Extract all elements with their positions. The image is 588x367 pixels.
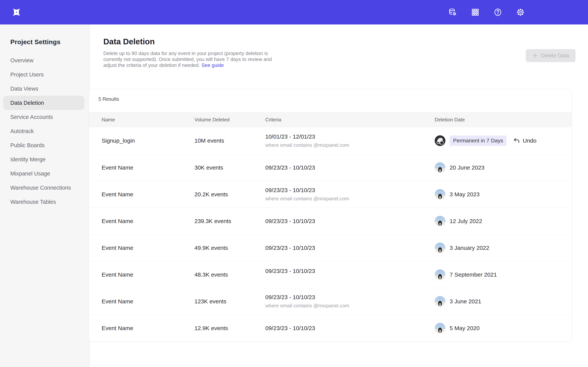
criteria-date-range: 09/23/23 - 10/10/23 bbox=[265, 245, 435, 251]
column-header-criteria: Criteria bbox=[265, 117, 435, 123]
description-line: currently not supported). Once submitted… bbox=[103, 56, 588, 62]
help-icon[interactable] bbox=[493, 8, 502, 17]
avatar bbox=[435, 216, 445, 226]
sidebar-item-label: Identity Merge bbox=[10, 156, 45, 163]
avatar bbox=[435, 135, 445, 146]
deletion-date-text: 3 June 2021 bbox=[450, 298, 481, 305]
table-row: Event Name 239.3K events 09/23/23 - 10/1… bbox=[89, 208, 571, 234]
row-criteria: 09/23/23 - 10/10/23 bbox=[265, 218, 435, 225]
deletion-table-card: 5 Results Name Volume Deleted Criteria D… bbox=[89, 89, 572, 342]
sidebar-item-label: Overview bbox=[10, 57, 34, 64]
sidebar-item-label: Warehouse Connections bbox=[10, 185, 71, 191]
row-volume: 239.3K events bbox=[194, 218, 265, 225]
apps-grid-icon[interactable] bbox=[471, 8, 480, 17]
sidebar-item-project-users[interactable]: Project Users bbox=[3, 67, 84, 82]
main-content: Data Deletion Delete up to 90 days data … bbox=[90, 25, 588, 367]
sidebar-item-label: Data Deletion bbox=[10, 100, 44, 106]
sidebar-item-autotrack[interactable]: Autotrack bbox=[3, 124, 84, 138]
topbar-icon-group bbox=[448, 8, 525, 17]
sidebar-item-warehouse-tables[interactable]: Warehouse Tables bbox=[3, 195, 84, 209]
row-criteria: 09/23/23 - 10/10/23 where email contains… bbox=[265, 187, 435, 202]
sidebar-item-label: Mixpanel Usage bbox=[10, 170, 50, 177]
row-deletion-date: 5 May 2020 bbox=[435, 323, 513, 334]
column-header-volume-deleted: Volume Deleted bbox=[194, 117, 265, 123]
criteria-date-range: 09/23/23 - 10/10/23 bbox=[265, 164, 435, 171]
row-volume: 48.3K events bbox=[194, 271, 265, 278]
column-header-deletion-date: Deletion Date bbox=[435, 117, 513, 123]
sidebar-item-label: Data Views bbox=[10, 86, 38, 92]
deletion-date-text: 3 May 2023 bbox=[450, 191, 480, 198]
undo-icon bbox=[513, 137, 520, 144]
table-row: Event Name 49.9K events 09/23/23 - 10/10… bbox=[89, 234, 571, 261]
undo-button[interactable]: Undo bbox=[513, 137, 536, 144]
sidebar-item-mixpanel-usage[interactable]: Mixpanel Usage bbox=[3, 167, 84, 181]
table-row: Event Name 30K events 09/23/23 - 10/10/2… bbox=[89, 154, 571, 181]
sidebar-item-label: Public Boards bbox=[10, 142, 45, 149]
table-row: Event Name 48.3K events 09/23/23 - 10/10… bbox=[89, 261, 571, 288]
data-management-icon[interactable] bbox=[448, 8, 457, 17]
row-deletion-date: 3 June 2021 bbox=[435, 296, 513, 307]
table-body: Signup_login 10M events 10/01/23 - 12/01… bbox=[89, 127, 571, 341]
status-badge: Permanent in 7 Days bbox=[450, 135, 506, 146]
sidebar-item-data-deletion[interactable]: Data Deletion bbox=[3, 96, 84, 110]
sidebar-item-overview[interactable]: Overview bbox=[3, 53, 84, 67]
row-name: Event Name bbox=[102, 245, 194, 251]
see-guide-link[interactable]: See guide bbox=[201, 62, 224, 68]
row-deletion-date: 7 September 2021 bbox=[435, 269, 513, 280]
delete-data-button-label: Delete Data bbox=[541, 53, 569, 59]
criteria-filter-text: where email contains @mixpanel.com bbox=[265, 303, 435, 309]
table-row: Signup_login 10M events 10/01/23 - 12/01… bbox=[89, 127, 571, 154]
row-criteria: 09/23/23 - 10/10/23 bbox=[265, 164, 435, 171]
description-line: Delete up to 90 days data for any event … bbox=[103, 50, 588, 56]
sidebar-item-identity-merge[interactable]: Identity Merge bbox=[3, 152, 84, 167]
criteria-filter-text: where email contains @mixpanel.com bbox=[265, 196, 435, 202]
row-volume: 12.9K events bbox=[194, 325, 265, 332]
row-criteria: 09/23/23 - 10/10/23 bbox=[265, 245, 435, 251]
row-name: Event Name bbox=[102, 298, 194, 305]
avatar bbox=[435, 323, 445, 334]
sidebar-item-warehouse-connections[interactable]: Warehouse Connections bbox=[3, 181, 84, 195]
deletion-date-text: 5 May 2020 bbox=[450, 325, 480, 332]
row-deletion-date: 3 January 2022 bbox=[435, 242, 513, 253]
row-volume: 30K events bbox=[194, 164, 265, 171]
results-count: 5 Results bbox=[89, 89, 571, 102]
criteria-date-range: 09/23/23 - 10/10/23 bbox=[265, 325, 435, 332]
row-deletion-date: Permanent in 7 Days bbox=[435, 135, 513, 146]
settings-gear-icon[interactable] bbox=[516, 8, 525, 17]
sidebar-item-service-accounts[interactable]: Service Accounts bbox=[3, 110, 84, 124]
sidebar-item-label: Warehouse Tables bbox=[10, 199, 56, 205]
row-volume: 20.2K events bbox=[194, 191, 265, 198]
row-name: Signup_login bbox=[102, 137, 194, 144]
deletion-date-text: 3 January 2022 bbox=[450, 245, 489, 251]
row-name: Event Name bbox=[102, 218, 194, 225]
sidebar-item-label: Autotrack bbox=[10, 128, 34, 134]
sidebar-nav: Overview Project Users Data Views Data D… bbox=[0, 53, 90, 209]
table-row: Event Name 123K events 09/23/23 - 10/10/… bbox=[89, 288, 571, 315]
sidebar-item-label: Service Accounts bbox=[10, 114, 53, 120]
deletion-date-text: 12 July 2022 bbox=[450, 218, 482, 225]
row-criteria: 09/23/23 - 10/10/23 where email contains… bbox=[265, 294, 435, 309]
table-row: Event Name 20.2K events 09/23/23 - 10/10… bbox=[89, 181, 571, 208]
description-line: adjust the criteria of your deletion if … bbox=[103, 62, 200, 68]
page-description: Delete up to 90 days data for any event … bbox=[103, 50, 588, 68]
row-volume: 10M events bbox=[194, 137, 265, 144]
table-row: Event Name 12.9K events 09/23/23 - 10/10… bbox=[89, 315, 571, 341]
deletion-date-text: 20 June 2023 bbox=[450, 164, 484, 171]
row-name: Event Name bbox=[102, 164, 194, 171]
avatar bbox=[435, 269, 445, 280]
delete-data-button[interactable]: Delete Data bbox=[526, 49, 576, 62]
sidebar-item-public-boards[interactable]: Public Boards bbox=[3, 138, 84, 152]
criteria-date-range: 09/23/23 - 10/10/23 bbox=[265, 187, 435, 193]
page-title: Data Deletion bbox=[103, 37, 588, 46]
row-deletion-date: 12 July 2022 bbox=[435, 216, 513, 226]
column-header-name: Name bbox=[102, 117, 194, 123]
row-volume: 49.9K events bbox=[194, 245, 265, 251]
row-volume: 123K events bbox=[194, 298, 265, 305]
sidebar: Project Settings Overview Project Users … bbox=[0, 25, 90, 367]
row-criteria: 09/23/23 - 10/10/23 bbox=[265, 268, 435, 282]
criteria-date-range: 09/23/23 - 10/10/23 bbox=[265, 218, 435, 225]
row-deletion-date: 20 June 2023 bbox=[435, 162, 513, 173]
sidebar-item-data-views[interactable]: Data Views bbox=[3, 82, 84, 96]
avatar bbox=[435, 296, 445, 307]
mixpanel-logo[interactable] bbox=[12, 8, 21, 17]
